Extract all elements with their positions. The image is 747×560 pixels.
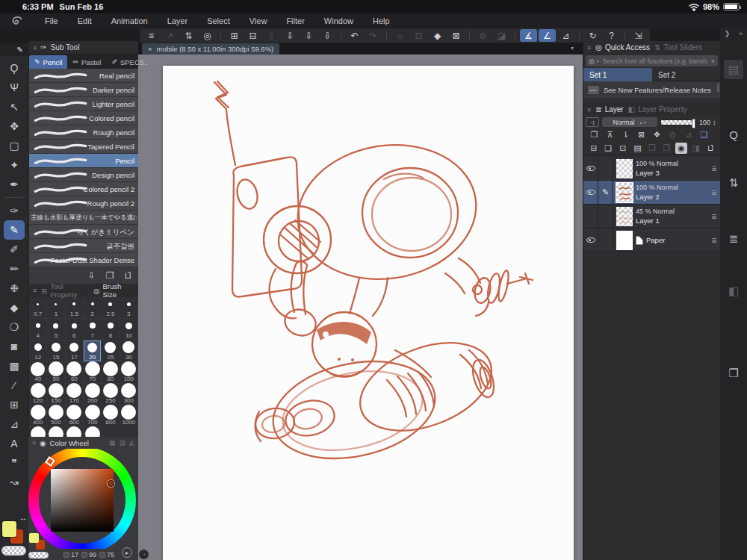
brush-row[interactable]: 主線も水彩も厚塗りも一本でやる逃げ! bbox=[29, 211, 138, 225]
transfer-layer-icon[interactable]: ⇂ bbox=[618, 129, 633, 140]
tab-layer-property[interactable]: ◧Layer Property bbox=[628, 105, 687, 113]
brush-size-cell[interactable]: 1.5 bbox=[66, 297, 84, 319]
color-panel-expand-button[interactable]: ▸ bbox=[122, 547, 132, 558]
brush-size-cell[interactable]: 120 bbox=[29, 384, 47, 405]
brush-size-cell[interactable]: 150 bbox=[47, 384, 65, 405]
brush-row[interactable]: Pencil bbox=[29, 154, 138, 168]
tab-quick-access[interactable]: ◎Quick Access bbox=[595, 43, 650, 52]
import-subtool-icon[interactable]: ⇩ bbox=[88, 270, 96, 281]
search-input[interactable] bbox=[601, 57, 709, 66]
toolbar-icon[interactable] bbox=[386, 31, 387, 40]
layer-list-icon[interactable]: ⊟ bbox=[586, 143, 601, 154]
menu-item[interactable]: Select bbox=[197, 16, 240, 25]
brush-size-cell[interactable]: 1 bbox=[47, 297, 65, 319]
layer-row[interactable]: ✎ 100 % Normal Layer 3 ≣ bbox=[583, 157, 721, 181]
brush-row[interactable]: Design pencil bbox=[29, 168, 138, 182]
layer-property-panel-icon[interactable]: ◧ bbox=[724, 281, 743, 301]
subtool-group-tab[interactable]: ✎Pencil bbox=[29, 55, 67, 69]
layer-menu-handle[interactable]: ≣ bbox=[707, 237, 721, 244]
redo-icon[interactable]: ↷ bbox=[365, 29, 382, 42]
canvas-page[interactable] bbox=[163, 66, 574, 560]
brush-size-cell[interactable]: 5 bbox=[47, 319, 65, 340]
foreground-color-swatch[interactable] bbox=[2, 521, 16, 537]
brush-size-cell[interactable]: 4 bbox=[29, 319, 47, 340]
duplicate-subtool-icon[interactable]: ❐ bbox=[106, 270, 114, 281]
brush-row[interactable]: Tapered Pencil bbox=[29, 140, 138, 154]
tool-palette-header[interactable]: ✎ bbox=[0, 43, 28, 56]
tab-tool-property[interactable]: ⊟Tool Property bbox=[41, 282, 89, 299]
menu-item[interactable]: Help bbox=[363, 16, 400, 25]
figure-tool[interactable]: ∕ bbox=[4, 376, 25, 395]
sv-selector[interactable] bbox=[108, 480, 114, 487]
panel-handle-icon[interactable]: ≡ bbox=[33, 44, 37, 52]
combine-layers-icon[interactable]: ❒ bbox=[660, 143, 675, 154]
brush-size-cell[interactable]: 7 bbox=[84, 319, 102, 340]
menu-item[interactable]: Filter bbox=[276, 16, 314, 25]
fill-tool[interactable]: ◙ bbox=[4, 337, 25, 356]
tab-list-collapse-icon[interactable]: ▾ bbox=[571, 45, 574, 52]
snap-ruler-icon[interactable]: ∡ bbox=[520, 29, 537, 42]
delete-layer-icon[interactable]: ⊔̄ bbox=[704, 143, 719, 154]
clip-to-layer-icon[interactable]: ⊼ bbox=[602, 129, 618, 140]
menu-item[interactable]: Animation bbox=[102, 16, 158, 25]
blend-mode-select[interactable]: Normal▲▼ bbox=[602, 117, 657, 127]
merge-down-icon[interactable]: ❒ bbox=[645, 143, 660, 154]
layer-color-icon[interactable]: ❏ bbox=[696, 129, 712, 140]
brush-row[interactable]: Darker pencil bbox=[29, 83, 138, 97]
share-icon[interactable]: ↗ bbox=[161, 29, 179, 42]
layer-panel-icon[interactable]: ≣ bbox=[724, 229, 743, 249]
opacity-slider[interactable] bbox=[660, 119, 696, 125]
layer-thumbnail[interactable] bbox=[616, 183, 633, 202]
brush-size-cell[interactable]: 50 bbox=[47, 362, 65, 384]
tool-sliders-panel-icon[interactable]: ⇅ bbox=[724, 173, 743, 193]
reset-rotation-icon[interactable]: ↻ bbox=[584, 29, 601, 42]
ruler-icon[interactable]: ⊿ bbox=[681, 129, 696, 140]
brush-size-cell[interactable]: 12 bbox=[29, 340, 47, 362]
brush-row[interactable]: Colored pencil bbox=[29, 111, 138, 125]
color-panel-icon[interactable]: ▤ bbox=[724, 60, 743, 79]
hsv-slider-icon[interactable] bbox=[99, 552, 105, 558]
panel-handle-icon[interactable]: ≡ bbox=[587, 106, 591, 113]
reference-icon[interactable]: ◎ bbox=[199, 29, 216, 42]
layer-row[interactable]: ✎ 45 % Normal Layer 1 ≣ bbox=[583, 205, 721, 228]
release-notes-item[interactable]: ••• See New Features/Release Notes bbox=[583, 81, 721, 99]
visibility-toggle[interactable] bbox=[583, 157, 598, 181]
layer-row[interactable]: ✎ Paper ≣ bbox=[583, 228, 721, 252]
toolbar-menu-icon[interactable]: ≡ bbox=[143, 29, 160, 42]
new-canvas-icon[interactable]: ⊞ bbox=[226, 29, 243, 42]
subtool-group-tab[interactable]: ✏Pastel bbox=[67, 55, 106, 69]
scrollbar-thumb[interactable] bbox=[717, 83, 719, 93]
apply-mask-icon[interactable]: ◨ bbox=[689, 143, 704, 154]
transparent-color-swatch-small[interactable] bbox=[28, 552, 49, 559]
pen-tool[interactable]: ✑ bbox=[4, 201, 25, 220]
frame-border-tool[interactable]: ⊞ bbox=[4, 395, 25, 414]
layer-menu-handle[interactable]: ≣ bbox=[707, 189, 721, 196]
panel-handle-icon[interactable]: ≡ bbox=[587, 44, 591, 52]
menu-item[interactable]: View bbox=[240, 16, 277, 25]
brush-size-cell[interactable]: 250 bbox=[102, 384, 120, 405]
subtool-group-tab[interactable]: ✐SPECS.. bbox=[106, 55, 153, 69]
brush-size-cell[interactable]: 10 bbox=[120, 319, 138, 340]
move-tool[interactable]: ✥ bbox=[4, 116, 25, 136]
color-slider-icon[interactable]: ▤ bbox=[120, 439, 126, 447]
layer-thumbnail[interactable] bbox=[616, 231, 633, 250]
eraser-tool[interactable]: ◆ bbox=[4, 298, 25, 317]
brush-row[interactable]: Real pencil bbox=[29, 69, 138, 83]
brush-size-cell[interactable]: 300 bbox=[120, 384, 138, 405]
brush-size-cell[interactable]: 100 bbox=[120, 362, 138, 384]
layer-menu-handle[interactable]: ≣ bbox=[707, 165, 721, 172]
brush-row[interactable]: 굵주갈펜 bbox=[29, 239, 138, 253]
flow-line-tool[interactable]: ↝ bbox=[4, 473, 25, 492]
reset-display-icon[interactable]: ? bbox=[603, 29, 620, 42]
decoration-tool[interactable]: ❉ bbox=[4, 279, 25, 298]
brush-size-cell[interactable]: 17 bbox=[66, 340, 84, 362]
toolbar-icon[interactable] bbox=[579, 31, 580, 40]
transparent-color-swatch[interactable] bbox=[1, 546, 26, 556]
hsv-slider-icon[interactable] bbox=[63, 552, 69, 558]
color-set-icon[interactable]: ▦ bbox=[109, 439, 116, 447]
transform-icon[interactable]: ⊠ bbox=[447, 29, 465, 42]
blend-tool[interactable]: ❍ bbox=[4, 317, 25, 337]
brush-size-cell[interactable]: 70 bbox=[84, 362, 102, 384]
layer-row[interactable]: ✎ 100 % Normal Layer 2 ≣ bbox=[583, 181, 721, 205]
brush-size-cell[interactable]: 30 bbox=[120, 340, 138, 362]
